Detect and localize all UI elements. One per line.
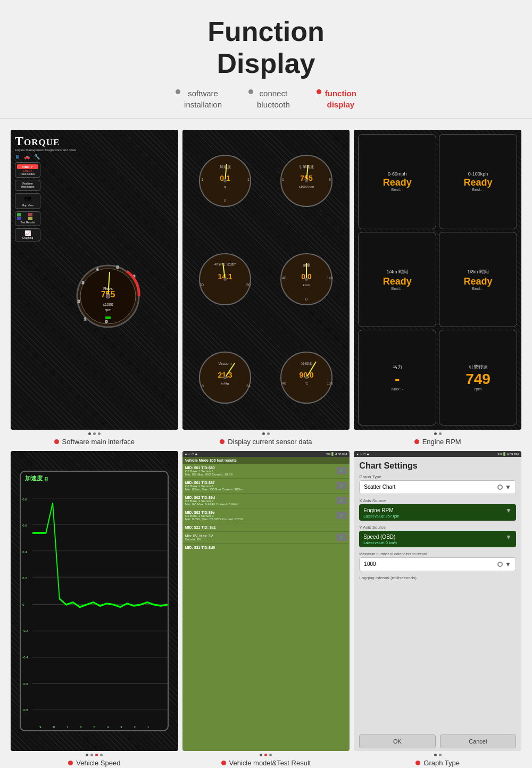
test-results-block: Test Results	[15, 211, 40, 226]
gauge-vacuum: Vacuum 21.3 in/Hg 8 24	[187, 330, 264, 425]
obd-check-block: OBD ✓ CHECK Fault Codes	[15, 162, 40, 178]
step-label-connect: connect bluetooth	[257, 88, 290, 110]
svg-text:8: 8	[202, 384, 204, 388]
caption-1: Software main interface	[54, 438, 135, 446]
ready-screenshot-cell: 0-60mph Ready Best: - 0-100kph Ready Bes…	[354, 130, 521, 446]
svg-text:x1000: x1000	[103, 303, 113, 306]
svg-text:40: 40	[282, 381, 286, 385]
torque-screenshot-cell: Torque Engine Management Diagnostics and…	[11, 130, 178, 446]
svg-text:1: 1	[84, 316, 87, 321]
torque-main-area: OBD ✓ CHECK Fault Codes Realtime Informa…	[15, 162, 174, 425]
header: Function Display software installation c…	[0, 0, 532, 118]
torque-subtitle: Engine Management Diagnostics and Tools	[15, 148, 174, 152]
gauge-throttle: 40节气门位置7 14.1 30 90	[187, 232, 264, 327]
svg-text:km/h: km/h	[303, 283, 310, 287]
svg-point-64	[305, 376, 308, 379]
graph-type-label: Graph Type	[354, 473, 521, 480]
caption-4: Vehicle Speed	[68, 759, 120, 767]
test-item-4: MID: $02 TID:$9e O2 Bank 1 Sensor 2 Min:…	[182, 508, 350, 523]
test-item-1: MID: $01 TID:$80 O2 Bank 1 Sensor 1 Min:…	[182, 464, 350, 479]
top-screenshots-row: Torque Engine Management Diagnostics and…	[0, 124, 532, 446]
svg-point-39	[223, 278, 227, 281]
ready-card-4: 马力 - Max: -	[358, 330, 436, 425]
dots-3	[434, 432, 442, 435]
x-axis-dropdown[interactable]: Engine RPM ▼ Latest value: 757 rpm	[359, 504, 516, 521]
svg-text:加速度: 加速度	[220, 165, 231, 169]
torque-icon-row: 🖥 🚗 🔧	[15, 154, 174, 160]
gauge-rpm: 引擎转速 755 x1000 rpm 1 8	[268, 134, 345, 229]
graph-type-dropdown[interactable]: Scatter Chart ▼	[359, 480, 516, 494]
map-block: 🗺 Map View	[15, 193, 40, 209]
y-axis-dropdown[interactable]: Speed (OBD) ▼ Latest value: 0 km/h	[359, 531, 516, 547]
step-label-function: function display	[325, 88, 356, 110]
svg-text:引擎转速: 引擎转速	[299, 165, 314, 169]
step-connect: connect bluetooth	[248, 88, 290, 110]
svg-text:1: 1	[282, 178, 284, 181]
big-gauge-svg: 0 1 2 3 4 5 8 Revs 755 x1000	[73, 254, 143, 333]
max-dp-label: Maximum number of datapoints to record	[354, 550, 521, 557]
step-software: software installation	[176, 88, 222, 110]
cs-buttons-row: OK Cancel	[354, 732, 521, 751]
test-item-7: MID: $31 TID:$d0	[182, 544, 350, 552]
svg-text:rpm: rpm	[105, 308, 111, 312]
torque-sidebar: OBD ✓ CHECK Fault Codes Realtime Informa…	[15, 162, 40, 425]
svg-point-14	[106, 294, 110, 298]
gauge-accel: 加速度 0.1 g -1 1 0	[187, 134, 264, 229]
caption-3: Engine RPM	[414, 438, 461, 446]
status-bar-chart: ● ☆ ⏱ ■ 3%🔋 4:09 PM	[354, 451, 521, 457]
svg-text:0: 0	[224, 199, 226, 203]
gauges-screenshot-cell: 加速度 0.1 g -1 1 0 引擎转速 755 x1000 rpm 1	[182, 130, 350, 446]
svg-point-32	[305, 179, 308, 182]
cancel-button[interactable]: Cancel	[440, 734, 516, 748]
step-function: function display	[317, 88, 356, 110]
graph-screenshot-cell: 加速度 g 0.8 0.6 0.4 0.2 0 -0.2 -0.4 -0.6 -…	[11, 451, 178, 767]
test-item-3: MID: $02 TID:$9d O2 Bank 1 Sensor 2 Min:…	[182, 494, 350, 508]
svg-text:40节气门位置7: 40节气门位置7	[214, 262, 236, 266]
step-dot-2	[248, 89, 253, 94]
graph-area: 0.8 0.6 0.4 0.2 0 -0.2 -0.4 -0.6 -0.8	[21, 485, 168, 724]
svg-text:100: 100	[327, 381, 333, 385]
chart-settings-cell: ● ☆ ⏱ ■ 3%🔋 4:09 PM Chart Settings Graph…	[354, 451, 521, 767]
x-axis-label: X Axis Source	[354, 497, 521, 504]
svg-point-56	[223, 376, 227, 379]
ready-card-5: 引擎转速 749 rpm	[439, 330, 517, 425]
svg-rect-15	[105, 316, 111, 319]
caption-2: Display current sensor data	[220, 438, 312, 446]
max-dp-dropdown[interactable]: 1000 ▼	[359, 557, 516, 571]
big-gauge: 0 1 2 3 4 5 8 Revs 755 x1000	[43, 162, 174, 425]
svg-text:in/Hg: in/Hg	[221, 382, 229, 385]
svg-text:4: 4	[96, 267, 99, 272]
torque-title: Torque	[15, 134, 174, 148]
ready-card-1: 0-100kph Ready Best: -	[439, 134, 517, 229]
test-item-5: MID: $21 TID: $a1	[182, 523, 350, 532]
graphing-block: 📈 Graphing	[15, 228, 40, 241]
ok-button[interactable]: OK	[359, 734, 435, 748]
svg-text:3: 3	[82, 280, 85, 285]
svg-text:g: g	[225, 185, 226, 188]
svg-text:5: 5	[117, 265, 119, 270]
page-title: Function Display	[11, 16, 521, 80]
graph-title: 加速度 g	[21, 472, 168, 485]
caption-6: Graph Type	[415, 759, 460, 767]
step-label-software: software installation	[184, 88, 222, 110]
dots-1	[88, 432, 101, 435]
svg-text:90: 90	[246, 283, 251, 287]
test-screenshot-cell: ● ☆ ⏱ ■ 3%🔋 4:08 PM Vehicle Mode $06 tes…	[182, 451, 350, 767]
y-axis-label: Y Axis Source	[354, 524, 521, 531]
gauges-screen: 加速度 0.1 g -1 1 0 引擎转速 755 x1000 rpm 1	[182, 130, 350, 430]
svg-text:1: 1	[247, 178, 250, 181]
svg-text:40: 40	[282, 276, 286, 280]
steps-row: software installation connect bluetooth …	[11, 88, 521, 110]
svg-text:2: 2	[78, 299, 80, 304]
svg-text:Vacuum: Vacuum	[219, 362, 232, 365]
test-item-2: MID: $01 TID:$87 O2 Bank 1 Sensor 1 Min:…	[182, 479, 350, 494]
svg-text:30: 30	[200, 283, 204, 287]
caption-5: Vehicle model&Test Result	[221, 759, 311, 767]
svg-text:冷却水: 冷却水	[301, 362, 312, 366]
chart-settings-screen: ● ☆ ⏱ ■ 3%🔋 4:09 PM Chart Settings Graph…	[354, 451, 521, 751]
svg-text:24: 24	[246, 384, 251, 388]
realtime-block: Realtime Information	[15, 180, 40, 191]
header-divider	[0, 118, 532, 119]
svg-text:°C: °C	[304, 382, 308, 385]
gauge-speed: 速度 0.0 km/h 40 140 0	[268, 232, 345, 327]
